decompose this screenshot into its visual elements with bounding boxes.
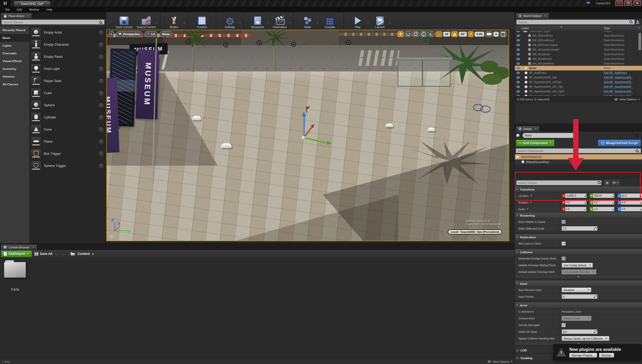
source-control-button[interactable]: Source Control▾ xyxy=(135,12,157,30)
outliner-search-input[interactable] xyxy=(516,20,635,25)
menu-window[interactable]: Window xyxy=(26,7,42,12)
location-x-field[interactable]: X-13450.0 xyxy=(562,193,587,198)
play-button[interactable]: Play▾ xyxy=(347,12,369,30)
viewport-help-icon[interactable]: ? xyxy=(109,234,113,239)
save-all-button[interactable]: Save All xyxy=(35,252,52,256)
show-button[interactable]: Show xyxy=(159,31,173,37)
close-icon[interactable]: ✕ xyxy=(32,246,34,249)
list-item[interactable]: Point Light? xyxy=(29,63,106,75)
tab-details[interactable]: i Details ✕ xyxy=(516,126,539,132)
visibility-eye-icon[interactable] xyxy=(516,53,520,55)
category-volumes[interactable]: Volumes xyxy=(0,73,29,80)
visibility-eye-icon[interactable] xyxy=(516,35,520,37)
rotation-snap-toggle[interactable] xyxy=(451,31,458,37)
category-recently-placed[interactable]: Recently Placed xyxy=(0,26,29,34)
content-button[interactable]: Content xyxy=(191,12,213,30)
save-current-button[interactable]: Save Current xyxy=(113,12,135,30)
rotation-y-field[interactable]: Y0.0 ° xyxy=(589,200,615,205)
table-row[interactable]: SM_A01onlyCrossw4StaticMeshActor xyxy=(515,47,642,52)
scale-z-field[interactable]: Z1.0 xyxy=(617,207,642,212)
view-mode-button[interactable]: Lit xyxy=(144,31,158,37)
visibility-eye-icon[interactable] xyxy=(516,95,520,96)
list-item[interactable]: Cone? xyxy=(29,123,106,135)
table-row[interactable]: SM_A01photoStaticMeshActor xyxy=(515,52,642,56)
level-badge[interactable]: Level: Town10HD_Opt (Persistent) xyxy=(448,229,502,234)
visibility-eye-icon[interactable] xyxy=(516,44,520,46)
grid-snap-toggle[interactable] xyxy=(436,31,442,37)
expand-advanced-button[interactable]: ▼ xyxy=(515,275,642,279)
section-collision[interactable]: ▼Collision xyxy=(515,249,642,255)
rotation-x-field[interactable]: X0.0 ° xyxy=(562,200,587,205)
modes-button[interactable]: Modes▾ xyxy=(163,12,185,30)
outliner-column-headers[interactable]: Label ▲ Type ▼ xyxy=(515,26,642,31)
table-row[interactable]: BP_Apartment04_v01_Opt1Edit BP_Apartment… xyxy=(515,89,642,94)
edit-blueprint-link[interactable]: Edit BP_Apartment04_ xyxy=(604,94,633,96)
visibility-eye-icon[interactable] xyxy=(516,39,520,42)
help-icon[interactable]: ? xyxy=(99,30,103,35)
input-priority-field[interactable]: 0 xyxy=(562,294,598,299)
drag-spinner-icon[interactable] xyxy=(640,208,642,210)
visibility-eye-icon[interactable] xyxy=(516,72,520,74)
drag-spinner-icon[interactable] xyxy=(585,208,587,210)
drag-spinner-icon[interactable] xyxy=(585,195,587,197)
visibility-eye-icon[interactable] xyxy=(516,76,520,79)
scale-label[interactable]: Scale▼ xyxy=(515,208,560,211)
gizmo-y-axis[interactable] xyxy=(304,137,328,144)
billboard-scale-field[interactable]: 1.0 xyxy=(562,226,598,231)
manage-plugins-button[interactable]: Manage Plugins... xyxy=(569,353,597,358)
rotation-snap-value[interactable]: 10° xyxy=(459,32,467,37)
scale-tool-button[interactable] xyxy=(412,31,419,37)
category-all-classes[interactable]: All Classes xyxy=(0,80,29,88)
help-icon[interactable]: ? xyxy=(99,127,103,132)
close-button[interactable]: ✕ xyxy=(633,1,641,6)
edit-blueprint-link[interactable]: Edit BP_Apartment04_ xyxy=(604,90,633,93)
visibility-eye-icon[interactable] xyxy=(516,48,520,51)
surface-snap-button[interactable] xyxy=(428,31,435,37)
table-row[interactable]: ▼TrafficLight SignsFolder xyxy=(515,31,642,33)
back-arrow-icon[interactable]: ← xyxy=(55,252,59,256)
close-icon[interactable]: ✕ xyxy=(535,127,537,130)
view-options-button[interactable]: View Options▼ xyxy=(487,360,513,363)
camera-marker-icon[interactable] xyxy=(186,39,191,44)
help-icon[interactable]: ? xyxy=(99,164,103,168)
visibility-eye-icon[interactable] xyxy=(516,90,520,93)
auto-receive-input-dropdown[interactable]: Disabled▼ xyxy=(562,287,591,293)
help-icon[interactable]: ? xyxy=(99,115,103,120)
cinematics-button[interactable]: Cinematics▾ xyxy=(269,12,291,30)
viewport-options-button[interactable]: ▼ xyxy=(109,31,114,37)
category-lights[interactable]: Lights xyxy=(0,42,29,50)
help-icon[interactable]: ? xyxy=(99,54,103,59)
section-rendering[interactable]: ▼Rendering xyxy=(515,213,642,219)
rotation-label[interactable]: Rotation▼ xyxy=(515,201,560,204)
search-components-input[interactable] xyxy=(516,148,641,153)
viewport[interactable]: MUSEUM MUSEUM MUSEUM xyxy=(106,30,509,241)
display-filter-button[interactable]: ▼ xyxy=(611,180,620,185)
minimize-button[interactable]: ─ xyxy=(615,1,623,6)
panel-splitter[interactable] xyxy=(515,123,642,125)
tutorial-cap-icon[interactable] xyxy=(586,2,591,5)
table-row[interactable]: BP_AddPole1Edit BP_AddPole1 xyxy=(515,70,642,75)
add-component-button[interactable]: +Add Component▼ xyxy=(516,140,555,147)
drag-spinner-icon[interactable] xyxy=(613,201,615,204)
location-label[interactable]: Location▼ xyxy=(515,194,560,197)
component-actor-instance[interactable]: Actor(Instance) xyxy=(515,154,642,159)
category-basic[interactable]: Basic xyxy=(0,34,29,42)
restore-button[interactable]: ❐ xyxy=(624,1,632,6)
launch-button[interactable]: Launch▾ xyxy=(369,12,391,30)
scale-snap-value[interactable]: 0.25 xyxy=(475,32,484,37)
world-space-button[interactable] xyxy=(420,31,427,37)
table-row[interactable]: SM_A01yieldPedStaticMeshActor xyxy=(515,61,642,66)
gizmo-origin[interactable] xyxy=(302,136,305,140)
add-import-button[interactable]: Add/Import▼ xyxy=(1,250,32,257)
section-input[interactable]: ▼Input xyxy=(515,281,642,287)
lock-icon[interactable] xyxy=(636,135,638,137)
document-tab[interactable]: Town10HD_Opt* xyxy=(14,1,50,7)
table-row[interactable]: BP_Apartment03_v02OptEdit BP_Apartment03… xyxy=(515,80,642,84)
property-matrix-icon[interactable]: ▦ xyxy=(604,180,610,185)
drag-spinner-icon[interactable] xyxy=(613,208,615,210)
edit-blueprint-link[interactable]: Edit BP_AddPole1 xyxy=(604,71,627,74)
visibility-eye-icon[interactable] xyxy=(516,58,520,60)
visibility-eye-icon[interactable] xyxy=(516,67,520,69)
filter-icon[interactable]: ▼ xyxy=(638,27,640,29)
tab-place-actors[interactable]: Place Actors ✕ xyxy=(1,13,32,19)
